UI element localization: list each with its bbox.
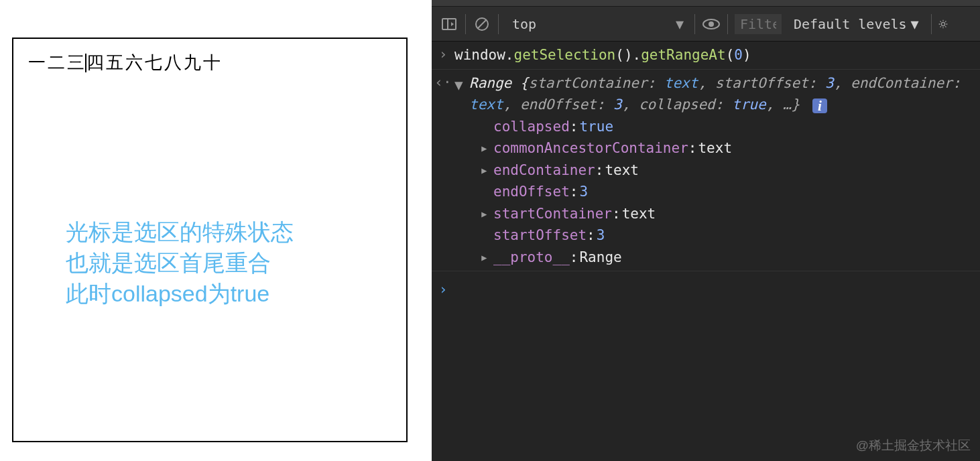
console-toolbar: top ▼ Default levels ▼ <box>432 7 980 42</box>
summary-sep: , <box>834 75 851 91</box>
object-property-row: collapsed: true <box>480 116 975 138</box>
object-property-row[interactable]: ▸commonAncestorContainer: text <box>480 137 975 159</box>
token-dot: . <box>633 47 641 63</box>
editable-text-box[interactable]: 一二三四五六七八九十 光标是选区的特殊状态 也就是选区首尾重合 此时collap… <box>12 38 408 442</box>
toolbar-divider <box>498 14 499 34</box>
console-prompt-input[interactable] <box>454 277 980 302</box>
toolbar-divider <box>727 14 728 34</box>
console-body: › window.getSelection().getRangeAt(0) ‹·… <box>432 42 980 461</box>
property-key: startOffset <box>493 224 587 247</box>
toggle-sidebar-icon[interactable] <box>440 15 458 34</box>
settings-gear-icon[interactable] <box>938 15 948 34</box>
property-value: 3 <box>597 224 605 247</box>
summary-colon: : <box>808 75 825 91</box>
summary-sep: , <box>622 96 639 113</box>
token-method: getSelection <box>514 47 616 63</box>
annotation-line: 此时collapsed为true <box>66 281 269 306</box>
object-property-row: endOffset: 3 <box>480 181 975 203</box>
object-property-row[interactable]: ▸endContainer: text <box>480 159 975 182</box>
editable-text[interactable]: 一二三四五六七八九十 <box>28 51 223 74</box>
token-dot: . <box>505 47 514 63</box>
log-level-select[interactable]: Default levels ▼ <box>788 16 924 32</box>
info-badge-icon[interactable]: i <box>812 98 827 113</box>
property-value: text <box>605 159 639 182</box>
console-prompt-row[interactable]: › <box>432 271 980 302</box>
property-colon: : <box>570 116 578 138</box>
svg-line-4 <box>478 20 486 28</box>
object-property-row[interactable]: ▸startContainer: text <box>480 203 975 225</box>
svg-marker-2 <box>451 22 454 26</box>
property-key: __proto__ <box>493 247 570 269</box>
property-colon: : <box>688 137 697 159</box>
context-label: top <box>512 16 536 32</box>
property-key: commonAncestorContainer <box>493 137 688 159</box>
token-number: 0 <box>734 47 743 63</box>
token-method: getRangeAt <box>641 47 725 63</box>
property-value: 3 <box>579 181 588 203</box>
text-after-caret: 四五六七八九十 <box>86 52 223 72</box>
summary-prop-value: text <box>469 96 503 113</box>
property-value: text <box>698 137 732 159</box>
object-summary[interactable]: ▼ Range {startContainer: text, startOffs… <box>454 72 975 116</box>
property-value: true <box>579 116 613 138</box>
property-colon: : <box>595 159 604 182</box>
summary-sep: , <box>503 96 520 113</box>
chevron-down-icon: ▼ <box>676 16 684 32</box>
summary-prop-key: endOffset <box>520 96 597 113</box>
object-property-row[interactable]: ▸__proto__: Range <box>480 247 975 269</box>
property-expander-icon[interactable]: ▸ <box>480 247 493 269</box>
summary-prop-value: true <box>732 96 766 113</box>
clear-console-icon[interactable] <box>473 15 491 34</box>
text-before-caret: 一二三 <box>28 52 86 72</box>
live-expression-icon[interactable] <box>702 15 721 34</box>
summary-prop-value: text <box>664 75 698 91</box>
property-colon: : <box>612 203 621 225</box>
object-properties: collapsed: true▸commonAncestorContainer:… <box>454 116 975 269</box>
annotation-line: 也就是选区首尾重合 <box>66 250 271 275</box>
annotation-overlay: 光标是选区的特殊状态 也就是选区首尾重合 此时collapsed为true <box>66 217 294 310</box>
console-input-expression[interactable]: window.getSelection().getRangeAt(0) <box>454 42 980 69</box>
summary-colon: : <box>715 96 732 113</box>
summary-colon: : <box>648 75 664 91</box>
console-result: ▼ Range {startContainer: text, startOffs… <box>454 70 980 271</box>
summary-colon: : <box>597 96 613 113</box>
property-key: collapsed <box>493 116 570 138</box>
summary-sep: , <box>698 75 715 91</box>
object-ellipsis: , …} <box>766 96 800 113</box>
summary-prop-value: 3 <box>825 75 834 91</box>
output-chevron-icon: ‹· <box>432 70 454 271</box>
token-object: window <box>454 47 505 63</box>
property-expander-icon[interactable]: ▸ <box>480 203 493 225</box>
property-key: startContainer <box>493 203 612 225</box>
execution-context-select[interactable]: top ▼ <box>505 16 688 32</box>
token-paren: ( <box>726 47 735 63</box>
level-label: Default levels <box>794 16 907 32</box>
property-expander-icon[interactable]: ▸ <box>480 137 493 159</box>
summary-prop-key: startContainer <box>529 75 648 91</box>
property-expander-icon[interactable]: ▸ <box>480 159 493 182</box>
object-type: Range <box>469 75 511 91</box>
summary-prop-key: endContainer <box>851 75 953 91</box>
property-colon: : <box>570 181 578 203</box>
property-value: Range <box>579 247 621 269</box>
token-parens: () <box>615 47 632 63</box>
property-colon: : <box>587 224 595 247</box>
watermark: @稀土掘金技术社区 <box>856 437 971 454</box>
summary-prop-key: collapsed <box>639 96 715 113</box>
devtools-panel: top ▼ Default levels ▼ › window.getSelec… <box>432 0 980 461</box>
toolbar-divider <box>465 14 466 34</box>
svg-point-6 <box>709 21 714 27</box>
annotation-line: 光标是选区的特殊状态 <box>66 219 294 245</box>
devtools-tabstrip <box>432 0 980 7</box>
property-colon: : <box>570 247 578 269</box>
toolbar-divider <box>931 14 932 34</box>
page-preview: 一二三四五六七八九十 光标是选区的特殊状态 也就是选区首尾重合 此时collap… <box>0 0 432 461</box>
chevron-down-icon: ▼ <box>911 16 919 32</box>
console-input-row: › window.getSelection().getRangeAt(0) <box>432 42 980 70</box>
token-paren: ) <box>743 47 751 63</box>
summary-prop-key: startOffset <box>715 75 808 91</box>
expand-toggle-icon[interactable]: ▼ <box>454 72 469 116</box>
toolbar-divider <box>694 14 695 34</box>
property-value: text <box>622 203 656 225</box>
console-filter-input[interactable] <box>735 14 782 34</box>
